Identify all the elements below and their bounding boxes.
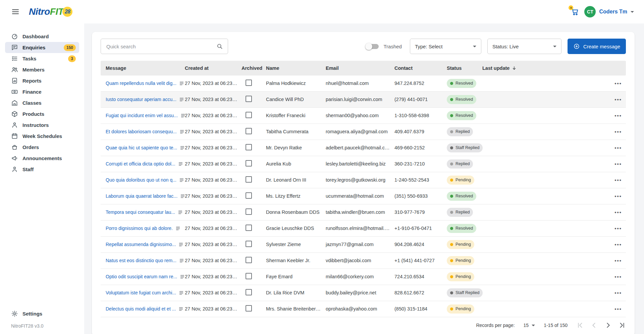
- message-link[interactable]: Quo quia doloribus quo ut non q...: [106, 177, 176, 183]
- archived-checkbox[interactable]: [246, 208, 252, 215]
- message-link[interactable]: Voluptatum iste fugiat cum archi...: [106, 290, 176, 295]
- archived-checkbox[interactable]: [246, 241, 252, 247]
- row-actions-button[interactable]: •••: [614, 274, 622, 280]
- message-link[interactable]: Corrupti et officia dicta optio dol...: [106, 161, 175, 166]
- create-message-button[interactable]: Create message: [568, 39, 626, 54]
- status-label: Resolved: [455, 97, 473, 102]
- records-per-page-select[interactable]: 15: [524, 323, 535, 328]
- table-row: Fugiat qui incidunt enim vel assu...27 N…: [101, 108, 626, 124]
- message-link[interactable]: Tempora sequi consequatur lau...: [106, 209, 175, 215]
- sidebar-item-week-schedules[interactable]: Week Schedules: [5, 131, 79, 142]
- message-link[interactable]: Delectus quis modi aliquid et et ...: [106, 306, 176, 312]
- message-link[interactable]: Quae quia hic ut sapiente quo te...: [106, 145, 177, 150]
- message-link[interactable]: Laborum quia quaerat labore fac...: [106, 193, 177, 199]
- reports-icon: [11, 77, 18, 84]
- row-actions-button[interactable]: •••: [614, 242, 622, 247]
- sort-descending-icon[interactable]: [512, 65, 517, 71]
- app-logo[interactable]: NitroFIT28: [29, 6, 72, 17]
- message-link[interactable]: Quam repellendus nulla velit dig...: [106, 81, 176, 86]
- message-link[interactable]: Repellat assumenda dignissimo...: [106, 242, 176, 247]
- row-actions-button[interactable]: •••: [614, 97, 622, 102]
- table-row: Repellat assumenda dignissimo...27 Nov, …: [101, 237, 626, 253]
- sidebar-item-members[interactable]: Members: [5, 64, 79, 75]
- sidebar-item-dashboard[interactable]: Dashboard: [5, 31, 79, 42]
- column-header-status: Status: [447, 65, 482, 71]
- name-cell: Mr. Devyn Ratke: [266, 145, 326, 150]
- sidebar-item-finance[interactable]: Finance: [5, 86, 79, 97]
- archived-checkbox[interactable]: [246, 289, 252, 295]
- trashed-toggle[interactable]: Trashed: [366, 44, 401, 49]
- email-cell: romaguera.aliya@gmail.com: [326, 129, 394, 134]
- sidebar-item-enquiries[interactable]: Enquiries150: [5, 42, 79, 53]
- last-page-button[interactable]: [619, 322, 626, 329]
- sidebar-item-instructors[interactable]: Instructors: [5, 120, 79, 131]
- row-actions-button[interactable]: •••: [614, 226, 622, 231]
- archived-checkbox[interactable]: [246, 160, 252, 166]
- sidebar-item-label: Dashboard: [22, 34, 76, 39]
- name-cell: Aurelia Kub: [266, 161, 326, 166]
- sidebar-item-classes[interactable]: Classes: [5, 97, 79, 108]
- user-menu[interactable]: CT Coders Tm: [584, 6, 634, 17]
- archived-checkbox[interactable]: [246, 192, 252, 199]
- tasks-icon: [11, 55, 18, 62]
- status-dot-icon: [450, 82, 453, 85]
- type-filter-select[interactable]: Type: Select: [410, 39, 481, 54]
- row-actions-button[interactable]: •••: [614, 145, 622, 151]
- archived-checkbox[interactable]: [246, 128, 252, 134]
- first-page-button[interactable]: [576, 322, 584, 329]
- last-page-icon: [619, 322, 626, 329]
- message-link[interactable]: Natus est eos distinctio quo rem...: [106, 258, 176, 263]
- first-page-icon: [576, 322, 584, 329]
- row-actions-button[interactable]: •••: [614, 81, 622, 86]
- table-header: Message Created at Archived Name Email C…: [101, 61, 626, 76]
- archived-checkbox[interactable]: [246, 80, 252, 86]
- sidebar-item-announcements[interactable]: Announcements: [5, 153, 79, 164]
- document-icon: [175, 226, 181, 231]
- archived-checkbox[interactable]: [246, 144, 252, 150]
- table-row: Laborum quia quaerat labore fac...27 Nov…: [101, 188, 626, 204]
- message-link[interactable]: Porro dignissimos qui ab dolore.: [106, 226, 173, 231]
- archived-checkbox[interactable]: [246, 305, 252, 312]
- sidebar-item-label: Members: [22, 67, 76, 73]
- search-icon[interactable]: [216, 43, 223, 50]
- sidebar-item-products[interactable]: Products: [5, 108, 79, 120]
- archived-checkbox[interactable]: [246, 176, 252, 183]
- row-actions-button[interactable]: •••: [614, 306, 622, 312]
- status-filter-select[interactable]: Status: Live: [487, 39, 561, 54]
- row-actions-button[interactable]: •••: [614, 258, 622, 264]
- status-badge: Replied: [447, 127, 473, 136]
- contact-cell: (279) 441-0071: [394, 97, 447, 102]
- archived-checkbox[interactable]: [246, 257, 252, 263]
- message-link[interactable]: Optio odit suscipit earum nam re...: [106, 274, 177, 279]
- previous-page-button[interactable]: [590, 322, 598, 329]
- search-input[interactable]: [106, 43, 216, 50]
- table-row: Delectus quis modi aliquid et et ...27 N…: [101, 301, 626, 317]
- menu-toggle-button[interactable]: [10, 6, 21, 17]
- row-actions-button[interactable]: •••: [614, 290, 622, 296]
- column-header-last-update: Last update: [482, 65, 509, 71]
- next-page-button[interactable]: [604, 322, 612, 329]
- sidebar-item-staff[interactable]: Staff: [5, 164, 79, 175]
- message-link[interactable]: Fugiat qui incidunt enim vel assu...: [106, 113, 178, 118]
- archived-checkbox[interactable]: [246, 112, 252, 118]
- row-actions-button[interactable]: •••: [614, 209, 622, 215]
- archived-checkbox[interactable]: [246, 96, 252, 102]
- sidebar-item-settings[interactable]: Settings: [5, 308, 79, 319]
- status-label: Replied: [455, 210, 470, 214]
- archived-checkbox[interactable]: [246, 225, 252, 231]
- message-link[interactable]: Et dolores laboriosam consequu...: [106, 129, 177, 134]
- row-actions-button[interactable]: •••: [614, 129, 622, 135]
- members-icon: [11, 66, 18, 73]
- created-at-cell: 27 Nov, 2023 at 06:23 pm: [185, 113, 241, 118]
- sidebar-item-reports[interactable]: Reports: [5, 75, 79, 86]
- archived-checkbox[interactable]: [246, 273, 252, 279]
- contact-cell: 1-240-552-2543: [394, 177, 447, 183]
- cart-button[interactable]: +: [570, 7, 580, 17]
- row-actions-button[interactable]: •••: [614, 113, 622, 118]
- sidebar-item-tasks[interactable]: Tasks3: [5, 53, 79, 64]
- message-link[interactable]: Iusto consequatur aperiam accu...: [106, 97, 176, 102]
- row-actions-button[interactable]: •••: [614, 193, 622, 199]
- row-actions-button[interactable]: •••: [614, 161, 622, 167]
- row-actions-button[interactable]: •••: [614, 177, 622, 183]
- sidebar-item-orders[interactable]: Orders: [5, 142, 79, 153]
